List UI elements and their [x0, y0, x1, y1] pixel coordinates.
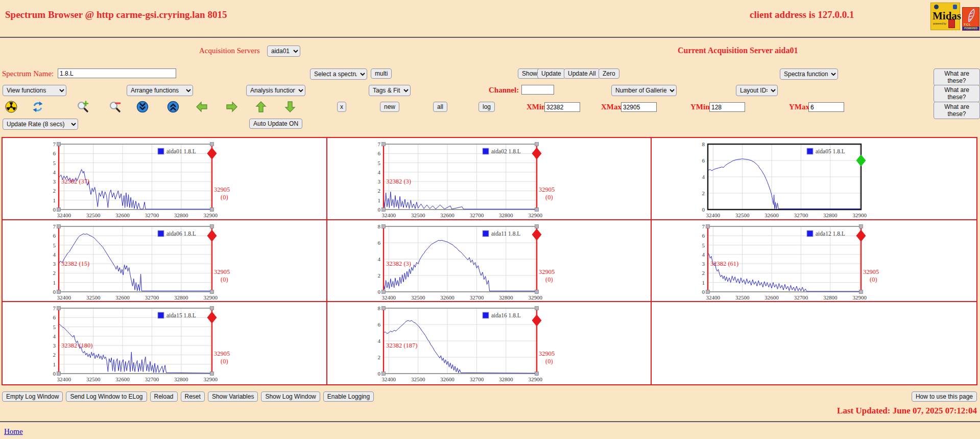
refresh-icon[interactable]	[32, 101, 44, 113]
multi-button[interactable]: multi	[371, 68, 392, 79]
spectrum-cell-aida06[interactable]: 01234567324003250032600327003280032900ai…	[3, 220, 327, 303]
cursor-handle[interactable]	[381, 290, 385, 293]
cursor-handle[interactable]	[57, 372, 61, 376]
ymin-input[interactable]	[709, 102, 745, 112]
annotation-right-count: (0)	[545, 276, 553, 283]
cursor-handle[interactable]	[535, 208, 538, 212]
auto-update-button[interactable]: Auto Update ON	[249, 119, 302, 129]
send-log-to-elog-button[interactable]: Send Log Window to ELog	[66, 391, 147, 402]
new-button[interactable]: new	[380, 102, 399, 112]
left-arrow-icon[interactable]	[196, 101, 208, 113]
spectra-functions-dropdown[interactable]: Spectra functions	[780, 68, 838, 80]
down-arrow-icon[interactable]	[284, 101, 296, 113]
show-log-window-button[interactable]: Show Log Window	[261, 391, 320, 402]
cursor-diamond[interactable]	[207, 230, 217, 241]
spectrum-plot-aida01: 01234567324003250032600327003280032900ai…	[3, 138, 327, 219]
tags-and-fits-dropdown[interactable]: Tags & Fits	[369, 85, 411, 96]
update-rate-dropdown[interactable]: Update Rate (8 secs)	[3, 119, 78, 130]
cursor-handle[interactable]	[535, 224, 538, 228]
functions-row: View functions Arrange functions Analysi…	[0, 84, 980, 98]
x-button[interactable]: x	[337, 102, 346, 112]
cursor-handle[interactable]	[210, 290, 214, 293]
plot-legend: aida15 1.8.L	[158, 312, 196, 318]
cursor-handle[interactable]	[57, 307, 61, 310]
spectrum-cell-aida01[interactable]: 01234567324003250032600327003280032900ai…	[3, 138, 327, 220]
cursor-handle[interactable]	[210, 224, 214, 228]
cursor-handle[interactable]	[210, 208, 214, 212]
channel-input[interactable]	[521, 85, 554, 95]
all-button[interactable]: all	[433, 102, 447, 112]
cursor-diamond[interactable]	[532, 229, 541, 240]
cursor-handle[interactable]	[57, 143, 61, 146]
show-variables-button[interactable]: Show Variables	[208, 391, 258, 402]
number-of-galleries-dropdown[interactable]: Number of Galleries	[611, 85, 677, 96]
cursor-handle[interactable]	[706, 224, 710, 228]
cursor-handle[interactable]	[57, 208, 61, 212]
view-functions-dropdown[interactable]: View functions	[3, 85, 66, 96]
cursor-handle[interactable]	[57, 224, 61, 228]
what-are-these-button-1[interactable]: What are these?	[934, 68, 980, 86]
spectrum-cell-aida11[interactable]: 02468324003250032600327003280032900aida1…	[327, 220, 652, 303]
cursor-handle[interactable]	[57, 290, 61, 293]
what-are-these-button-2[interactable]: What are these?	[934, 85, 980, 102]
cursor-handle[interactable]	[535, 372, 538, 376]
analysis-functions-dropdown[interactable]: Analysis functions	[246, 85, 305, 96]
empty-log-window-button[interactable]: Empty Log Window	[2, 391, 63, 402]
y-tick-label: 2	[702, 190, 705, 196]
cursor-diamond[interactable]	[207, 312, 217, 324]
home-link[interactable]: Home	[4, 427, 23, 436]
layout-id-dropdown[interactable]: Layout ID=3	[736, 85, 778, 96]
cursor-handle[interactable]	[535, 143, 538, 146]
spectrum-cell-aida12[interactable]: 01234567324003250032600327003280032900ai…	[652, 220, 976, 303]
cursor-handle[interactable]	[535, 290, 538, 293]
cursor-diamond[interactable]	[532, 148, 541, 159]
enable-logging-button[interactable]: Enable Logging	[323, 391, 374, 402]
cursor-handle[interactable]	[210, 307, 214, 310]
cursor-handle[interactable]	[706, 290, 710, 293]
cursor-handle[interactable]	[381, 224, 385, 228]
cursor-handle[interactable]	[210, 372, 214, 376]
ymax-input[interactable]	[808, 102, 844, 112]
cursor-handle[interactable]	[381, 307, 385, 310]
radiation-icon[interactable]	[5, 101, 17, 113]
reload-button[interactable]: Reload	[150, 391, 178, 402]
cursor-handle[interactable]	[859, 290, 863, 293]
cursor-handle[interactable]	[210, 143, 214, 146]
select-a-spectrum-dropdown[interactable]: Select a spectrum	[310, 68, 367, 80]
cursor-handle[interactable]	[381, 143, 385, 146]
cursor-diamond[interactable]	[207, 148, 217, 159]
tcl-powered-logo[interactable]: TCL POWERED	[962, 7, 979, 31]
midas-logo[interactable]: Midas powered by	[930, 3, 960, 30]
cursor-diamond[interactable]	[856, 230, 866, 241]
expand-up-circle-icon[interactable]	[167, 101, 179, 113]
svg-text:aida12 1.8.L: aida12 1.8.L	[816, 230, 845, 237]
cursor-handle[interactable]	[859, 224, 863, 228]
right-arrow-icon[interactable]	[226, 101, 238, 113]
cursor-diamond[interactable]	[856, 155, 866, 166]
spectrum-cell-aida16[interactable]: 02468324003250032600327003280032900aida1…	[327, 302, 652, 384]
zero-button[interactable]: Zero	[599, 68, 619, 79]
spectrum-name-input[interactable]	[58, 68, 176, 78]
spectrum-cell-aida05[interactable]: 02468324003250032600327003280032900aida0…	[652, 138, 976, 220]
how-to-use-button[interactable]: How to use this page	[912, 391, 977, 402]
cursor-handle[interactable]	[381, 372, 385, 376]
acquisition-server-select[interactable]: aida01	[267, 45, 300, 57]
log-button[interactable]: log	[479, 102, 495, 112]
arrange-functions-dropdown[interactable]: Arrange functions	[127, 85, 193, 96]
update-all-button[interactable]: Update All	[564, 68, 600, 79]
spectrum-cell-aida15[interactable]: 01234567324003250032600327003280032900ai…	[3, 302, 327, 384]
what-are-these-button-3[interactable]: What are these?	[934, 102, 980, 119]
update-button[interactable]: Update	[537, 68, 565, 79]
zoom-out-icon[interactable]	[109, 101, 121, 113]
x-tick-label: 32500	[86, 376, 101, 382]
up-arrow-icon[interactable]	[255, 101, 267, 113]
xmin-input[interactable]	[544, 102, 580, 112]
cursor-handle[interactable]	[381, 208, 385, 212]
reset-button[interactable]: Reset	[181, 391, 205, 402]
cursor-handle[interactable]	[535, 307, 538, 310]
zoom-in-icon[interactable]	[77, 101, 89, 113]
xmax-input[interactable]	[621, 102, 657, 112]
spectrum-cell-aida02[interactable]: 01234567324003250032600327003280032900ai…	[327, 138, 652, 220]
header-divider	[0, 37, 980, 38]
collapse-down-circle-icon[interactable]	[136, 101, 149, 113]
